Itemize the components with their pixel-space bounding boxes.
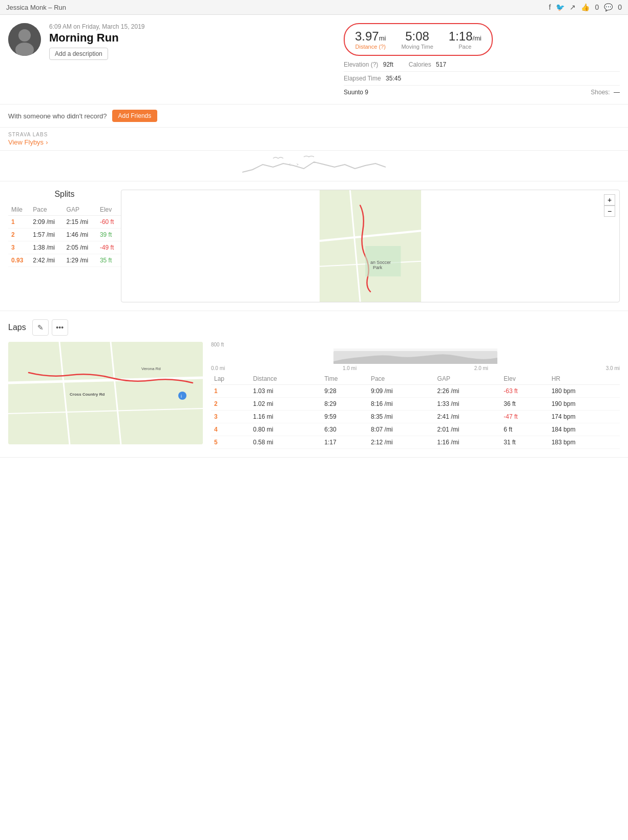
split-pace: 2:09 /mi (30, 216, 63, 229)
splits-row: 2 1:57 /mi 1:46 /mi 39 ft (8, 229, 121, 241)
shoes-info: Shoes: — (591, 89, 620, 96)
laps-right-panel: 800 ft 0.0 mi 1.0 mi 2.0 mi 3.0 mi (211, 342, 620, 449)
laps-title: Laps (8, 323, 26, 332)
view-flybys-text: View Flybys (8, 138, 44, 146)
elev-ft-label: 800 ft (211, 342, 224, 347)
elapsed-time-label: Elapsed Time (344, 75, 381, 82)
browser-icons: f 🐦 ↗ 👍 0 💬 0 (549, 3, 622, 11)
lap-number: 1 (211, 385, 250, 398)
svg-point-1 (18, 29, 31, 42)
splits-col-elev: Elev (97, 204, 121, 216)
laps-col-distance: Distance (250, 373, 321, 385)
split-mile: 3 (8, 241, 30, 254)
moving-time-label: Moving Time (401, 44, 433, 50)
splits-col-gap: GAP (64, 204, 97, 216)
split-gap: 2:15 /mi (64, 216, 97, 229)
activity-title: Morning Run (49, 31, 325, 45)
lap-hr: 184 bpm (549, 423, 620, 436)
lap-distance: 0.80 mi (250, 423, 321, 436)
elevation-value: 92ft (383, 61, 393, 68)
calories-stat: Calories 517 (409, 61, 446, 68)
lap-elev: 6 ft (500, 423, 548, 436)
elevation-chart-label: 800 ft (211, 342, 620, 347)
lap-elev: -63 ft (500, 385, 548, 398)
activity-date: 6:09 AM on Friday, March 15, 2019 (49, 23, 325, 30)
lap-hr: 180 bpm (549, 385, 620, 398)
laps-col-time: Time (321, 373, 368, 385)
strava-labs-section: STRAVA LABS View Flybys › (0, 128, 628, 151)
pace-label: Pace (449, 44, 482, 50)
lap-time: 8:29 (321, 398, 368, 411)
lap-pace: 9:09 /mi (368, 385, 434, 398)
add-description-button[interactable]: Add a description (49, 48, 108, 60)
zoom-in-button[interactable]: + (604, 194, 615, 206)
map-zoom-controls[interactable]: + − (604, 194, 615, 217)
split-pace: 1:57 /mi (30, 229, 63, 241)
splits-row: 3 1:38 /mi 2:05 /mi -49 ft (8, 241, 121, 254)
lap-time: 9:28 (321, 385, 368, 398)
lap-elev: 31 ft (500, 436, 548, 449)
laps-actions: ✎ ••• (32, 319, 68, 336)
split-elev: -49 ft (97, 241, 121, 254)
facebook-icon[interactable]: f (549, 3, 551, 11)
laps-col-gap: GAP (434, 373, 501, 385)
split-elev: 39 ft (97, 229, 121, 241)
split-gap: 1:29 /mi (64, 254, 97, 267)
svg-text:an Soccer: an Soccer (370, 260, 391, 265)
lap-hr: 174 bpm (549, 411, 620, 423)
map-container[interactable]: + − an Soccer Park (121, 190, 620, 302)
lap-gap: 2:41 /mi (434, 411, 501, 423)
zoom-out-button[interactable]: − (604, 206, 615, 217)
elev-x-3: 3.0 mi (606, 365, 620, 371)
twitter-icon[interactable]: 🐦 (556, 3, 564, 11)
with-someone-section: With someone who didn't record? Add Frie… (0, 105, 628, 128)
lap-gap: 2:01 /mi (434, 423, 501, 436)
thumbs-up-icon[interactable]: 👍 (581, 3, 590, 11)
elevation-svg (211, 349, 620, 364)
lap-time: 6:30 (321, 423, 368, 436)
elev-x-1: 1.0 mi (343, 365, 357, 371)
edit-button[interactable]: ✎ (32, 319, 49, 336)
browser-bar: Jessica Monk – Run f 🐦 ↗ 👍 0 💬 0 (0, 0, 628, 15)
share-icon[interactable]: ↗ (570, 3, 576, 11)
main-stats: 3.97mi Distance (?) 5:08 Moving Time 1:1… (344, 23, 493, 56)
thumbs-up-count: 0 (595, 3, 599, 11)
add-friends-button[interactable]: Add Friends (112, 110, 158, 122)
elapsed-time-value: 35:45 (386, 75, 401, 82)
distance-label: Distance (?) (355, 44, 386, 50)
stat-moving-time: 5:08 Moving Time (401, 29, 433, 50)
shoes-value: — (614, 89, 620, 96)
laps-table: Lap Distance Time Pace GAP Elev HR 1 1.0… (211, 373, 620, 449)
with-someone-text: With someone who didn't record? (8, 112, 107, 120)
svg-text:Verona Rd: Verona Rd (141, 366, 161, 371)
stats-container: 3.97mi Distance (?) 5:08 Moving Time 1:1… (333, 23, 620, 96)
more-options-button[interactable]: ••• (52, 319, 68, 336)
laps-map[interactable]: Cross Country Rd Verona Rd i (8, 342, 203, 444)
laps-row: 1 1.03 mi 9:28 9:09 /mi 2:26 /mi -63 ft … (211, 385, 620, 398)
lap-hr: 190 bpm (549, 398, 620, 411)
comment-icon[interactable]: 💬 (604, 3, 613, 11)
elevation-label: Elevation (?) (344, 61, 378, 68)
lap-number: 2 (211, 398, 250, 411)
moving-time-value: 5:08 (405, 29, 429, 43)
split-pace: 1:38 /mi (30, 241, 63, 254)
laps-row: 5 0.58 mi 1:17 2:12 /mi 1:16 /mi 31 ft 1… (211, 436, 620, 449)
splits-row: 1 2:09 /mi 2:15 /mi -60 ft (8, 216, 121, 229)
laps-row: 4 0.80 mi 6:30 8:07 /mi 2:01 /mi 6 ft 18… (211, 423, 620, 436)
view-flybys-link[interactable]: View Flybys › (8, 138, 620, 146)
laps-row: 2 1.02 mi 8:29 8:16 /mi 1:33 /mi 36 ft 1… (211, 398, 620, 411)
lap-number: 4 (211, 423, 250, 436)
lap-elev: 36 ft (500, 398, 548, 411)
elapsed-stat-row: Elapsed Time 35:45 (344, 75, 620, 86)
lap-gap: 2:26 /mi (434, 385, 501, 398)
avatar (8, 23, 41, 56)
split-mile: 2 (8, 229, 30, 241)
splits-title: Splits (8, 190, 121, 199)
svg-text:Park: Park (373, 265, 383, 270)
pace-value: 1:18 (449, 29, 473, 43)
elapsed-time-stat: Elapsed Time 35:45 (344, 75, 401, 82)
lap-elev: -47 ft (500, 411, 548, 423)
splits-col-mile: Mile (8, 204, 30, 216)
split-elev: 35 ft (97, 254, 121, 267)
laps-col-pace: Pace (368, 373, 434, 385)
